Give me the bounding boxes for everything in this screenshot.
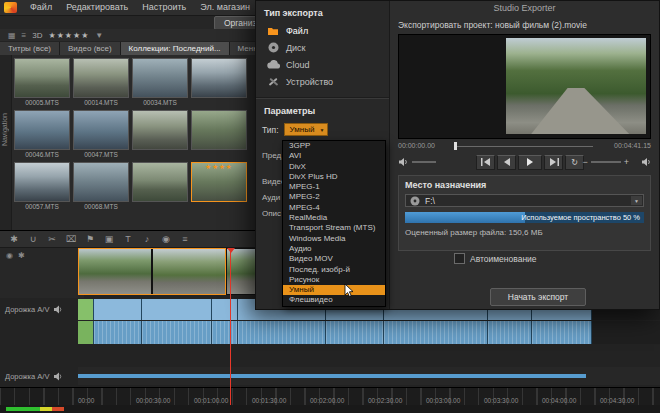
- export-type-disc[interactable]: Диск: [256, 39, 389, 56]
- dropdown-option[interactable]: RealMedia: [283, 213, 385, 223]
- dropdown-option[interactable]: Аудио: [283, 244, 385, 254]
- filter-dropdown-icon[interactable]: ▼: [95, 31, 103, 40]
- video-thumbnail[interactable]: [73, 58, 129, 98]
- gear-icon[interactable]: ✱: [18, 251, 25, 298]
- grid-view-icon[interactable]: ▦: [8, 31, 16, 40]
- video-thumbnail[interactable]: [132, 162, 188, 202]
- camera-icon[interactable]: ▣: [103, 234, 115, 244]
- navigation-strip[interactable]: Navigation: [0, 55, 12, 230]
- playhead[interactable]: [230, 248, 231, 405]
- step-back-button[interactable]: [497, 155, 516, 170]
- video-thumbnail[interactable]: [73, 110, 129, 150]
- trash-icon[interactable]: ⌧: [65, 234, 77, 244]
- video-thumbnail[interactable]: [132, 110, 188, 150]
- dropdown-option[interactable]: MPEG-1: [283, 182, 385, 192]
- media-item[interactable]: 00046.MTS: [14, 110, 70, 159]
- media-item[interactable]: [132, 110, 188, 159]
- title-icon[interactable]: T: [122, 234, 134, 244]
- video-thumbnail[interactable]: [191, 110, 247, 150]
- media-item[interactable]: 00047.MTS: [73, 110, 129, 159]
- time-ruler[interactable]: 00:00 00:00:30.00 00:01:00.00 00:01:30.0…: [0, 387, 660, 405]
- media-item[interactable]: [191, 110, 247, 159]
- dropdown-option[interactable]: Windows Media: [283, 234, 385, 244]
- chevron-down-icon[interactable]: ▼: [631, 196, 642, 205]
- drive-combobox[interactable]: F:\ ▼: [405, 194, 644, 207]
- jump-start-button[interactable]: [476, 155, 495, 170]
- menu-store[interactable]: Эл. магазин: [193, 0, 257, 15]
- media-item[interactable]: [191, 58, 247, 107]
- view-3d-label[interactable]: 3D: [32, 31, 42, 40]
- timeline-clip[interactable]: [78, 299, 94, 320]
- video-thumbnail[interactable]: [132, 58, 188, 98]
- timeline-audio-clip[interactable]: [532, 321, 592, 344]
- speaker-icon[interactable]: [641, 157, 651, 167]
- media-item[interactable]: 00014.MTS: [73, 58, 129, 107]
- menu-file[interactable]: Файл: [23, 0, 59, 15]
- magnet-icon[interactable]: ∪: [27, 234, 39, 244]
- timeline-clip[interactable]: [78, 374, 586, 378]
- speaker-icon[interactable]: [398, 157, 408, 167]
- media-item[interactable]: 00068.MTS: [73, 162, 129, 211]
- dropdown-option[interactable]: Послед. изобр-й: [283, 265, 385, 275]
- rating-filter[interactable]: ★★★★★: [48, 31, 89, 40]
- video-thumbnail[interactable]: [73, 162, 129, 202]
- menu-setup[interactable]: Настроить: [135, 0, 193, 15]
- timeline-clip[interactable]: [94, 299, 142, 320]
- media-item[interactable]: 00005.MTS: [14, 58, 70, 107]
- video-thumbnail[interactable]: [14, 58, 70, 98]
- voiceover-icon[interactable]: ◉: [160, 234, 172, 244]
- dropdown-option[interactable]: Transport Stream (MTS): [283, 223, 385, 233]
- dropdown-option[interactable]: DivX: [283, 162, 385, 172]
- razor-icon[interactable]: ✂: [46, 234, 58, 244]
- video-thumbnail[interactable]: [14, 162, 70, 202]
- dropdown-option[interactable]: Рисунок: [283, 275, 385, 285]
- dropdown-option[interactable]: DivX Plus HD: [283, 172, 385, 182]
- start-export-button[interactable]: Начать экспорт: [490, 288, 586, 306]
- scrubber-track[interactable]: [454, 146, 593, 147]
- audio-icon[interactable]: ♪: [141, 234, 153, 244]
- export-type-device[interactable]: Устройство: [256, 73, 389, 90]
- volume-slider[interactable]: [412, 161, 436, 163]
- dropdown-option[interactable]: MPEG-2: [283, 192, 385, 202]
- dropdown-option[interactable]: AVI: [283, 151, 385, 161]
- media-item[interactable]: [132, 162, 188, 211]
- timeline-clip[interactable]: [142, 299, 212, 320]
- storyboard-clip[interactable]: [152, 248, 226, 295]
- list-view-icon[interactable]: ≡: [22, 31, 27, 40]
- media-item[interactable]: 00057.MTS: [14, 162, 70, 211]
- timeline-audio-clip[interactable]: [384, 321, 488, 344]
- item-rating-stars[interactable]: ★★★★: [191, 163, 247, 171]
- video-thumbnail[interactable]: [14, 110, 70, 150]
- settings-icon[interactable]: ✱: [8, 234, 20, 244]
- dropdown-option[interactable]: 3GPP: [283, 141, 385, 151]
- dropdown-option-selected[interactable]: Умный: [283, 285, 385, 295]
- autoname-checkbox[interactable]: [454, 253, 465, 264]
- timeline-audio-clip[interactable]: [94, 321, 142, 344]
- tab-videos[interactable]: Видео (все): [60, 42, 120, 55]
- speaker-icon[interactable]: [53, 372, 62, 381]
- video-thumbnail[interactable]: ★★★★: [191, 162, 247, 202]
- zoom-out-icon[interactable]: −: [582, 157, 587, 167]
- timeline-audio-clip[interactable]: [326, 321, 384, 344]
- timeline-audio-clip[interactable]: [488, 321, 532, 344]
- timeline-audio-clip[interactable]: [142, 321, 212, 344]
- timeline-audio-clip[interactable]: [78, 321, 94, 344]
- tab-titles[interactable]: Титры (все): [0, 42, 59, 55]
- zoom-slider[interactable]: [591, 161, 621, 163]
- tab-collections[interactable]: Коллекции: Последний...: [121, 42, 229, 55]
- video-thumbnail[interactable]: [191, 58, 247, 98]
- loop-button[interactable]: ↻: [565, 155, 584, 170]
- storyboard-selection[interactable]: [78, 248, 226, 295]
- play-button[interactable]: [518, 155, 542, 170]
- dropdown-option[interactable]: Видео MOV: [283, 254, 385, 264]
- timeline-audio-clip[interactable]: [238, 321, 326, 344]
- type-combobox[interactable]: Умный ▼: [284, 123, 329, 136]
- timeline-clip[interactable]: [212, 299, 238, 320]
- storyboard-clip[interactable]: [78, 248, 152, 295]
- zoom-in-icon[interactable]: +: [624, 157, 629, 167]
- export-type-cloud[interactable]: Cloud: [256, 56, 389, 73]
- menu-edit[interactable]: Редактировать: [59, 0, 135, 15]
- dropdown-option[interactable]: MPEG-4: [283, 203, 385, 213]
- speaker-icon[interactable]: [53, 305, 62, 314]
- media-item-selected[interactable]: ★★★★: [191, 162, 247, 211]
